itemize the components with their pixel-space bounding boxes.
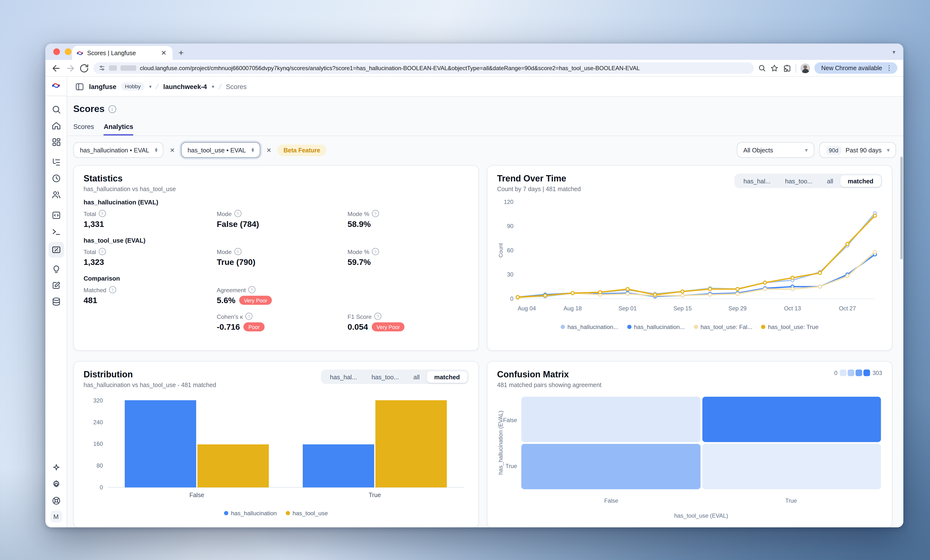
site-settings-icon[interactable] [99, 65, 106, 72]
extensions-puzzle-icon[interactable] [783, 64, 791, 72]
legend-item[interactable]: has_hallucination... [627, 324, 685, 330]
user-avatar[interactable]: M [50, 510, 62, 523]
view-option-matched[interactable]: matched [427, 371, 467, 383]
view-option-hashal[interactable]: has_hal... [323, 371, 364, 383]
help-icon[interactable]: ? [248, 286, 256, 293]
view-option-all[interactable]: all [406, 371, 427, 383]
tab-close-icon[interactable]: ✕ [159, 49, 168, 57]
object-type-select[interactable]: All Objects ▼ [737, 142, 814, 158]
svg-text:80: 80 [97, 462, 103, 469]
remove-score2-icon[interactable]: ✕ [265, 147, 273, 153]
prompts-icon[interactable] [51, 210, 61, 220]
legend-item[interactable]: has_hallucination... [560, 324, 618, 330]
annotation-icon[interactable] [51, 281, 61, 290]
legend-item[interactable]: has_tool_use [286, 510, 328, 517]
scale-swatch [864, 370, 870, 376]
scale-max: 303 [873, 370, 882, 376]
breadcrumb-project[interactable]: launchweek-4 [163, 83, 207, 90]
view-option-hashal[interactable]: has_hal... [736, 175, 778, 187]
metric-f1: F1 Score?0.054Very Poor [348, 313, 469, 331]
tracing-icon[interactable] [51, 157, 61, 167]
close-window-button[interactable] [53, 48, 60, 55]
section-heading: has_hallucination (EVAL) [83, 199, 469, 206]
tab-analytics[interactable]: Analytics [104, 123, 133, 136]
help-icon[interactable]: ? [374, 313, 381, 320]
help-icon[interactable]: ? [99, 210, 106, 217]
sidebar-toggle-icon[interactable] [75, 82, 84, 91]
help-icon[interactable]: ? [234, 210, 241, 217]
metric: Total?1,323 [83, 248, 217, 267]
main-content: Scores i Scores Analytics has_hallucinat… [66, 96, 903, 528]
legend-item[interactable]: has_hallucination [224, 510, 277, 517]
app-sidebar: M [46, 77, 67, 528]
reload-icon[interactable] [79, 63, 89, 73]
sessions-clock-icon[interactable] [51, 174, 61, 183]
confusion-cell-False-False[interactable] [522, 397, 701, 442]
new-tab-button[interactable]: + [179, 48, 183, 58]
confusion-cell-True-True[interactable] [702, 444, 881, 489]
search-icon[interactable] [51, 105, 61, 114]
view-option-all[interactable]: all [820, 175, 841, 187]
browser-profile-avatar[interactable] [801, 63, 810, 73]
tab-search-chevron-icon[interactable]: ▾ [890, 47, 899, 56]
score1-select[interactable]: has_hallucination • EVAL ▲▼ [73, 142, 164, 158]
legend-item[interactable]: has_tool_use: Fal... [694, 324, 752, 330]
settings-gear-icon[interactable] [51, 480, 61, 489]
info-icon[interactable]: i [108, 105, 116, 113]
users-icon[interactable] [51, 190, 61, 199]
back-icon[interactable] [52, 63, 61, 73]
confusion-cell-False-True[interactable] [702, 397, 881, 442]
confusion-y-axis-label: has_hallucination (EVAL) [497, 397, 506, 489]
url-bar[interactable]: cloud.langfuse.com/project/cmhnuoj660007… [93, 62, 754, 74]
evaluation-lightbulb-icon[interactable] [51, 264, 61, 274]
page-scrollbar-thumb[interactable] [901, 157, 903, 259]
legend-dot [286, 511, 290, 516]
dashboards-icon[interactable] [51, 137, 61, 147]
help-icon[interactable]: ? [372, 210, 379, 217]
date-range-select[interactable]: 90d Past 90 days ▼ [819, 142, 896, 158]
blurred-site-chip [109, 65, 117, 71]
playground-terminal-icon[interactable] [51, 227, 61, 236]
help-icon[interactable]: ? [234, 248, 241, 255]
datasets-database-icon[interactable] [51, 297, 61, 307]
metric: Mode?True (790) [217, 248, 348, 267]
ask-ai-sparkle-icon[interactable] [51, 463, 61, 473]
support-lifebuoy-icon[interactable] [51, 496, 61, 506]
help-icon[interactable]: ? [245, 313, 253, 320]
scale-swatch [848, 370, 855, 376]
browser-tabstrip: Scores | Langfuse ✕ + ▾ [46, 43, 904, 60]
browser-tab[interactable]: Scores | Langfuse ✕ [72, 46, 173, 60]
chrome-update-label: New Chrome available [821, 65, 882, 72]
trend-chart-svg: 0306090120Aug 04Aug 18Sep 01Sep 15Sep 29… [497, 196, 882, 316]
help-icon[interactable]: ? [372, 248, 379, 255]
metric: Mode %?59.7% [348, 248, 469, 267]
scale-swatch [856, 370, 862, 376]
zoom-icon[interactable] [758, 64, 766, 72]
url-text[interactable]: cloud.langfuse.com/project/cmhnuoj660007… [140, 65, 748, 72]
statistics-subtitle: has_hallucination vs has_tool_use [83, 186, 469, 193]
home-icon[interactable] [51, 121, 61, 130]
view-option-matched[interactable]: matched [841, 175, 881, 187]
breadcrumb-org[interactable]: langfuse [89, 83, 117, 90]
project-chevron-down-icon[interactable]: ▾ [212, 84, 214, 89]
legend-item[interactable]: has_tool_use: True [761, 324, 819, 330]
confusion-cell-True-False[interactable] [522, 444, 701, 489]
score2-select[interactable]: has_tool_use • EVAL ▲▼ [181, 142, 260, 158]
tab-scores[interactable]: Scores [73, 123, 94, 136]
org-chevron-down-icon[interactable]: ▾ [149, 84, 152, 89]
bookmark-star-icon[interactable] [770, 64, 779, 72]
forward-icon[interactable] [65, 63, 75, 73]
remove-score1-icon[interactable]: ✕ [169, 147, 176, 153]
help-icon[interactable]: ? [99, 248, 106, 255]
chrome-update-button[interactable]: New Chrome available ⋮ [815, 62, 897, 74]
help-icon[interactable]: ? [109, 286, 116, 293]
scores-icon[interactable] [48, 242, 64, 258]
metric: Mode?False (784) [217, 210, 348, 229]
toolbar-separator [796, 64, 796, 72]
minimize-window-button[interactable] [65, 48, 72, 55]
svg-text:0: 0 [100, 484, 103, 491]
svg-text:Count: Count [498, 243, 504, 258]
browser-menu-kebab-icon[interactable]: ⋮ [886, 64, 893, 72]
view-option-hastoo[interactable]: has_too... [364, 371, 406, 383]
view-option-hastoo[interactable]: has_too... [778, 175, 819, 187]
